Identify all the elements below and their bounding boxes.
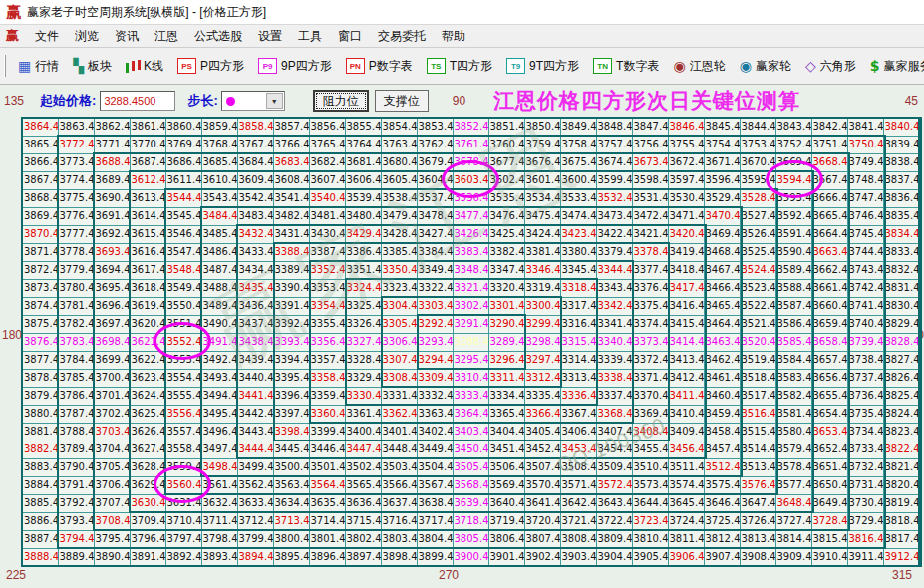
grid-cell: 3697.45 bbox=[94, 315, 130, 333]
grid-cell: 3665.45 bbox=[811, 207, 847, 225]
toolbar-item-11[interactable]: ◇六角形 bbox=[802, 56, 859, 77]
grid-cell: 3321.45 bbox=[453, 279, 488, 297]
menu-item-2[interactable]: 资讯 bbox=[107, 26, 147, 47]
grid-cell: 3722.45 bbox=[596, 512, 632, 530]
grid-cell: 3341.45 bbox=[596, 315, 632, 333]
gann-grid-table: 3864.453863.453862.453861.453860.453859.… bbox=[21, 117, 920, 567]
toolbar-item-8[interactable]: TNT数字表 bbox=[590, 56, 662, 77]
grid-cell: 3472.45 bbox=[632, 207, 668, 225]
start-price-input[interactable]: 3288.4500 bbox=[100, 91, 175, 111]
degree-label-225: 225 bbox=[6, 568, 26, 582]
toolbar-item-7[interactable]: T99T四方形 bbox=[503, 56, 582, 77]
grid-cell: 3758.45 bbox=[560, 136, 596, 153]
grid-cell: 3848.45 bbox=[596, 118, 632, 136]
grid-cell: 3894.45 bbox=[237, 548, 273, 566]
toolbar-item-label: 板块 bbox=[88, 58, 112, 75]
grid-cell: 3506.45 bbox=[488, 458, 524, 476]
grid-cell: 3767.45 bbox=[237, 136, 273, 153]
step-combobox[interactable]: ▼ bbox=[221, 91, 285, 111]
combo-dropdown-icon[interactable]: ▼ bbox=[266, 93, 283, 109]
grid-cell: 3696.45 bbox=[94, 297, 130, 315]
grid-cell: 3345.45 bbox=[560, 261, 596, 279]
grid-cell: 3583.45 bbox=[775, 369, 811, 387]
grid-cell: 3404.45 bbox=[488, 423, 524, 441]
grid-cell: 3837.45 bbox=[883, 171, 919, 189]
resistance-button[interactable]: 阻力位 bbox=[313, 90, 369, 112]
grid-cell: 3419.45 bbox=[668, 243, 704, 261]
grid-cell: 3337.45 bbox=[596, 387, 632, 405]
grid-cell: 3662.45 bbox=[811, 261, 847, 279]
grid-cell: 3589.45 bbox=[775, 261, 811, 279]
grid-cell: 3690.45 bbox=[94, 189, 130, 207]
toolbar-item-3[interactable]: PSP四方形 bbox=[174, 56, 247, 77]
toolbar-item-1[interactable]: ▚板块 bbox=[70, 56, 115, 77]
menu-item-9[interactable]: 帮助 bbox=[434, 26, 473, 47]
grid-cell: 3602.45 bbox=[488, 171, 524, 189]
grid-cell: 3629.45 bbox=[130, 476, 165, 494]
grid-cell: 3649.45 bbox=[811, 494, 847, 512]
support-button[interactable]: 支撑位 bbox=[375, 90, 429, 112]
grid-cell: 3495.45 bbox=[201, 405, 237, 423]
menu-logo-icon: 赢 bbox=[6, 27, 19, 45]
toolbar-item-10[interactable]: ◉赢家轮 bbox=[737, 56, 794, 77]
menu-item-3[interactable]: 江恩 bbox=[147, 26, 186, 47]
grid-cell: 3774.45 bbox=[58, 171, 94, 189]
grid-cell: 3703.45 bbox=[94, 423, 130, 441]
toolbar-item-12[interactable]: $赢家服务 bbox=[867, 56, 924, 77]
grid-cell: 3313.45 bbox=[560, 369, 596, 387]
menu-item-5[interactable]: 设置 bbox=[250, 26, 290, 47]
sector-blocks-icon: ▚ bbox=[73, 59, 84, 73]
menu-item-4[interactable]: 公式选股 bbox=[186, 26, 250, 47]
grid-cell: 3558.45 bbox=[165, 441, 201, 458]
grid-cell: 3762.45 bbox=[417, 136, 453, 153]
grid-cell: 3441.45 bbox=[237, 387, 273, 405]
grid-cell: 3390.45 bbox=[273, 279, 309, 297]
grid-cell: 3795.45 bbox=[94, 530, 130, 548]
menu-item-1[interactable]: 浏览 bbox=[67, 26, 107, 47]
grid-cell: 3908.45 bbox=[740, 548, 775, 566]
toolbar-grip[interactable] bbox=[4, 55, 6, 77]
toolbar-item-6[interactable]: TST四方形 bbox=[424, 56, 495, 77]
grid-cell: 3420.45 bbox=[668, 225, 704, 243]
grid-cell: 3377.45 bbox=[632, 261, 668, 279]
grid-cell: 3831.45 bbox=[883, 279, 919, 297]
grid-cell: 3781.45 bbox=[58, 297, 94, 315]
grid-cell: 3821.45 bbox=[883, 458, 919, 476]
grid-cell: 3600.45 bbox=[560, 171, 596, 189]
grid-cell: 3721.45 bbox=[560, 512, 596, 530]
grid-cell: 3749.45 bbox=[847, 153, 883, 171]
grid-cell: 3359.45 bbox=[309, 387, 345, 405]
grid-cell: 3854.45 bbox=[381, 118, 417, 136]
grid-cell: 3827.45 bbox=[883, 351, 919, 369]
grid-cell: 3468.45 bbox=[704, 243, 740, 261]
grid-cell: 3396.45 bbox=[273, 387, 309, 405]
grid-cell: 3694.45 bbox=[94, 261, 130, 279]
grid-cell: 3809.45 bbox=[596, 530, 632, 548]
grid-cell: 3640.45 bbox=[488, 494, 524, 512]
grid-cell: 3561.45 bbox=[201, 476, 237, 494]
menu-item-7[interactable]: 窗口 bbox=[330, 26, 370, 47]
grid-cell: 3406.45 bbox=[560, 423, 596, 441]
grid-cell: 3576.45 bbox=[740, 476, 775, 494]
grid-cell: 3746.45 bbox=[847, 207, 883, 225]
toolbar-item-9[interactable]: ◉江恩轮 bbox=[670, 56, 728, 77]
grid-cell: 3771.45 bbox=[94, 136, 130, 153]
grid-cell: 3312.45 bbox=[524, 369, 560, 387]
grid-cell: 3299.45 bbox=[524, 315, 560, 333]
grid-cell: 3845.45 bbox=[704, 118, 740, 136]
menu-item-8[interactable]: 交易委托 bbox=[370, 26, 434, 47]
grid-cell: 3487.45 bbox=[201, 261, 237, 279]
toolbar-item-4[interactable]: P99P四方形 bbox=[255, 56, 335, 77]
toolbar-item-2[interactable]: K线 bbox=[123, 56, 166, 77]
toolbar-item-5[interactable]: PNP数字表 bbox=[343, 56, 416, 77]
grid-cell: 3685.45 bbox=[201, 153, 237, 171]
menu-item-0[interactable]: 文件 bbox=[27, 26, 67, 47]
menu-item-6[interactable]: 工具 bbox=[290, 26, 330, 47]
grid-cell: 3451.45 bbox=[488, 441, 524, 458]
grid-cell: 3504.45 bbox=[417, 458, 453, 476]
grid-cell: 3491.45 bbox=[201, 333, 237, 351]
grid-cell: 3782.45 bbox=[58, 315, 94, 333]
grid-cell: 3483.45 bbox=[237, 207, 273, 225]
toolbar-item-0[interactable]: ▦行情 bbox=[15, 56, 62, 77]
grid-cell: 3876.45 bbox=[22, 333, 58, 351]
